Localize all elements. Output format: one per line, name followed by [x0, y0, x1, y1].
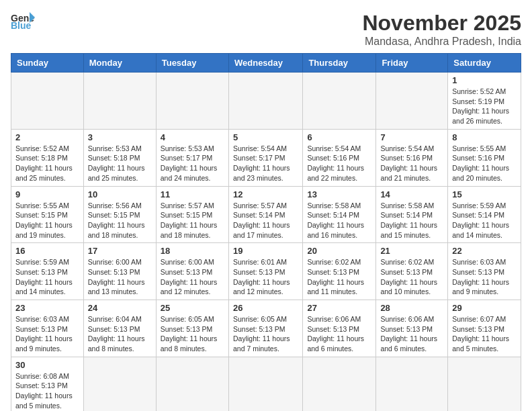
day-number: 4 [161, 132, 224, 142]
calendar-cell: 16Sunrise: 5:59 AM Sunset: 5:13 PM Dayli… [11, 243, 84, 300]
weekday-header-wednesday: Wednesday [228, 54, 302, 73]
day-info: Sunrise: 6:06 AM Sunset: 5:13 PM Dayligh… [307, 314, 371, 354]
day-info: Sunrise: 5:53 AM Sunset: 5:18 PM Dayligh… [88, 144, 152, 183]
calendar-cell [11, 73, 84, 130]
calendar-cell: 19Sunrise: 6:01 AM Sunset: 5:13 PM Dayli… [228, 243, 302, 300]
day-number: 26 [233, 303, 298, 313]
day-info: Sunrise: 6:02 AM Sunset: 5:13 PM Dayligh… [307, 257, 371, 297]
weekday-header-saturday: Saturday [448, 54, 521, 73]
day-number: 18 [161, 246, 224, 256]
day-info: Sunrise: 6:04 AM Sunset: 5:13 PM Dayligh… [88, 314, 152, 354]
weekday-header-friday: Friday [376, 54, 448, 73]
day-number: 14 [380, 189, 443, 199]
calendar-cell: 2Sunrise: 5:52 AM Sunset: 5:18 PM Daylig… [11, 129, 84, 186]
day-info: Sunrise: 6:08 AM Sunset: 5:13 PM Dayligh… [15, 371, 79, 411]
calendar-cell: 20Sunrise: 6:02 AM Sunset: 5:13 PM Dayli… [303, 243, 376, 300]
calendar-cell: 14Sunrise: 5:58 AM Sunset: 5:14 PM Dayli… [376, 186, 448, 243]
day-number: 21 [380, 246, 443, 256]
calendar-cell: 6Sunrise: 5:54 AM Sunset: 5:16 PM Daylig… [303, 129, 376, 186]
calendar-cell: 30Sunrise: 6:08 AM Sunset: 5:13 PM Dayli… [11, 357, 84, 411]
location: Mandasa, Andhra Pradesh, India [362, 36, 521, 48]
day-info: Sunrise: 5:54 AM Sunset: 5:16 PM Dayligh… [307, 144, 371, 183]
day-number: 20 [307, 246, 371, 256]
calendar-cell: 3Sunrise: 5:53 AM Sunset: 5:18 PM Daylig… [83, 129, 156, 186]
day-info: Sunrise: 6:02 AM Sunset: 5:13 PM Dayligh… [380, 257, 443, 297]
day-number: 10 [88, 189, 152, 199]
calendar-cell: 11Sunrise: 5:57 AM Sunset: 5:15 PM Dayli… [156, 186, 228, 243]
day-number: 28 [380, 303, 443, 313]
calendar-cell: 23Sunrise: 6:03 AM Sunset: 5:13 PM Dayli… [11, 300, 84, 357]
calendar-cell: 25Sunrise: 6:05 AM Sunset: 5:13 PM Dayli… [156, 300, 228, 357]
day-info: Sunrise: 6:01 AM Sunset: 5:13 PM Dayligh… [233, 257, 298, 297]
logo-icon: General Blue [11, 11, 35, 30]
calendar-cell: 5Sunrise: 5:54 AM Sunset: 5:17 PM Daylig… [228, 129, 302, 186]
weekday-header-tuesday: Tuesday [156, 54, 228, 73]
calendar-week-0: 1Sunrise: 5:52 AM Sunset: 5:19 PM Daylig… [11, 73, 521, 130]
day-number: 2 [15, 132, 79, 142]
day-info: Sunrise: 5:58 AM Sunset: 5:14 PM Dayligh… [307, 201, 371, 240]
day-number: 16 [15, 246, 79, 256]
calendar-cell: 28Sunrise: 6:06 AM Sunset: 5:13 PM Dayli… [376, 300, 448, 357]
svg-text:Blue: Blue [11, 20, 32, 30]
day-number: 1 [452, 75, 517, 85]
calendar-cell [156, 357, 228, 411]
day-number: 25 [161, 303, 224, 313]
day-info: Sunrise: 5:53 AM Sunset: 5:17 PM Dayligh… [161, 144, 224, 183]
calendar-cell: 12Sunrise: 5:57 AM Sunset: 5:14 PM Dayli… [228, 186, 302, 243]
day-number: 6 [307, 132, 371, 142]
day-info: Sunrise: 6:06 AM Sunset: 5:13 PM Dayligh… [380, 314, 443, 354]
calendar-cell [83, 357, 156, 411]
calendar-cell [228, 73, 302, 130]
calendar-week-4: 23Sunrise: 6:03 AM Sunset: 5:13 PM Dayli… [11, 300, 521, 357]
calendar-cell [156, 73, 228, 130]
weekday-header-sunday: Sunday [11, 54, 84, 73]
day-info: Sunrise: 6:00 AM Sunset: 5:13 PM Dayligh… [88, 257, 152, 297]
weekday-header-monday: Monday [83, 54, 156, 73]
day-info: Sunrise: 5:57 AM Sunset: 5:14 PM Dayligh… [233, 201, 298, 240]
calendar-week-5: 30Sunrise: 6:08 AM Sunset: 5:13 PM Dayli… [11, 357, 521, 411]
calendar-cell [83, 73, 156, 130]
calendar-cell: 15Sunrise: 5:59 AM Sunset: 5:14 PM Dayli… [448, 186, 521, 243]
day-info: Sunrise: 5:58 AM Sunset: 5:14 PM Dayligh… [380, 201, 443, 240]
calendar-cell [376, 73, 448, 130]
day-number: 30 [15, 360, 79, 370]
day-number: 24 [88, 303, 152, 313]
calendar-cell: 13Sunrise: 5:58 AM Sunset: 5:14 PM Dayli… [303, 186, 376, 243]
month-title: November 2025 [362, 11, 521, 36]
title-block: November 2025 Mandasa, Andhra Pradesh, I… [362, 11, 521, 48]
day-number: 27 [307, 303, 371, 313]
day-number: 17 [88, 246, 152, 256]
day-number: 29 [452, 303, 517, 313]
calendar-cell [303, 357, 376, 411]
day-info: Sunrise: 5:52 AM Sunset: 5:18 PM Dayligh… [15, 144, 79, 183]
calendar-cell: 27Sunrise: 6:06 AM Sunset: 5:13 PM Dayli… [303, 300, 376, 357]
day-number: 5 [233, 132, 298, 142]
calendar-cell: 17Sunrise: 6:00 AM Sunset: 5:13 PM Dayli… [83, 243, 156, 300]
day-info: Sunrise: 5:59 AM Sunset: 5:13 PM Dayligh… [15, 257, 79, 297]
calendar-cell [448, 357, 521, 411]
calendar-cell: 18Sunrise: 6:00 AM Sunset: 5:13 PM Dayli… [156, 243, 228, 300]
day-number: 3 [88, 132, 152, 142]
calendar-week-3: 16Sunrise: 5:59 AM Sunset: 5:13 PM Dayli… [11, 243, 521, 300]
page-header: General Blue November 2025 Mandasa, Andh… [11, 11, 521, 48]
calendar-cell: 4Sunrise: 5:53 AM Sunset: 5:17 PM Daylig… [156, 129, 228, 186]
calendar-cell: 7Sunrise: 5:54 AM Sunset: 5:16 PM Daylig… [376, 129, 448, 186]
calendar-cell [376, 357, 448, 411]
day-number: 9 [15, 189, 79, 199]
day-info: Sunrise: 6:05 AM Sunset: 5:13 PM Dayligh… [161, 314, 224, 354]
calendar-header-row: SundayMondayTuesdayWednesdayThursdayFrid… [11, 54, 521, 73]
logo: General Blue [11, 11, 35, 30]
day-info: Sunrise: 5:59 AM Sunset: 5:14 PM Dayligh… [452, 201, 517, 240]
day-info: Sunrise: 5:56 AM Sunset: 5:15 PM Dayligh… [88, 201, 152, 240]
day-info: Sunrise: 5:54 AM Sunset: 5:17 PM Dayligh… [233, 144, 298, 183]
calendar-cell: 29Sunrise: 6:07 AM Sunset: 5:13 PM Dayli… [448, 300, 521, 357]
day-info: Sunrise: 6:00 AM Sunset: 5:13 PM Dayligh… [161, 257, 224, 297]
day-info: Sunrise: 6:05 AM Sunset: 5:13 PM Dayligh… [233, 314, 298, 354]
calendar-cell: 21Sunrise: 6:02 AM Sunset: 5:13 PM Dayli… [376, 243, 448, 300]
day-number: 7 [380, 132, 443, 142]
calendar-week-2: 9Sunrise: 5:55 AM Sunset: 5:15 PM Daylig… [11, 186, 521, 243]
calendar-cell: 10Sunrise: 5:56 AM Sunset: 5:15 PM Dayli… [83, 186, 156, 243]
day-number: 11 [161, 189, 224, 199]
calendar-cell: 1Sunrise: 5:52 AM Sunset: 5:19 PM Daylig… [448, 73, 521, 130]
day-info: Sunrise: 5:55 AM Sunset: 5:15 PM Dayligh… [15, 201, 79, 240]
